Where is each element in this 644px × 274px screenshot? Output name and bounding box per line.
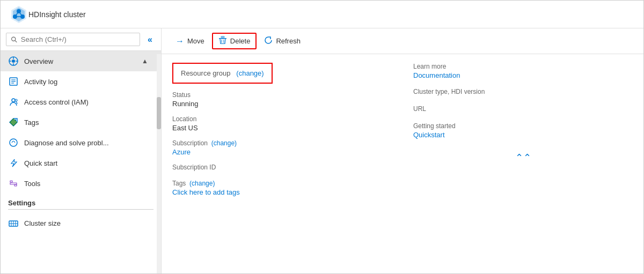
overview-left: Resource group (change) Status Running L… bbox=[172, 63, 392, 265]
location-block: Location East US bbox=[172, 115, 392, 132]
tags-change-link[interactable]: (change) bbox=[189, 180, 215, 187]
sidebar-item-access-control[interactable]: Access control (IAM) bbox=[1, 92, 161, 112]
tags-add-link[interactable]: Click here to add tags bbox=[172, 188, 392, 196]
search-input[interactable] bbox=[21, 35, 135, 43]
settings-section-header: Settings bbox=[1, 194, 161, 209]
sidebar-item-diagnose[interactable]: Diagnose and solve probl... bbox=[1, 132, 161, 153]
svg-point-25 bbox=[10, 139, 17, 146]
search-bar: « bbox=[1, 28, 161, 51]
sidebar: « Overview bbox=[1, 28, 162, 273]
collapse-sidebar-button[interactable]: « bbox=[144, 34, 156, 46]
sidebar-item-iam-label: Access control (IAM) bbox=[24, 98, 89, 106]
documentation-link[interactable]: Documentation bbox=[413, 71, 460, 79]
delete-label: Delete bbox=[230, 37, 251, 45]
tags-field-label: Tags (change) bbox=[172, 180, 392, 187]
sidebar-item-overview[interactable]: Overview ▲ bbox=[1, 51, 161, 71]
header-title: HDInsight cluster bbox=[28, 10, 86, 19]
delete-icon bbox=[218, 36, 227, 46]
subscription-value[interactable]: Azure bbox=[172, 148, 392, 156]
iam-icon bbox=[8, 97, 19, 107]
location-label: Location bbox=[172, 115, 392, 123]
resource-group-label: Resource group bbox=[181, 69, 231, 77]
tags-icon bbox=[8, 117, 19, 128]
search-icon bbox=[11, 36, 18, 43]
sidebar-item-quick-start[interactable]: Quick start bbox=[1, 153, 161, 173]
overview-panel: Resource group (change) Status Running L… bbox=[162, 54, 643, 273]
app-logo bbox=[9, 5, 28, 24]
url-label: URL bbox=[413, 105, 633, 113]
sidebar-item-cluster-size-label: Cluster size bbox=[24, 219, 61, 227]
subscription-change-link[interactable]: (change) bbox=[211, 139, 237, 147]
subscription-label: Subscription (change) bbox=[172, 139, 392, 147]
sidebar-item-tags-label: Tags bbox=[24, 119, 39, 127]
sidebar-item-diagnose-label: Diagnose and solve probl... bbox=[24, 139, 109, 147]
toolbar: → Move Delete bbox=[162, 28, 643, 54]
tools-icon bbox=[8, 178, 19, 189]
tags-block: Tags (change) Click here to add tags bbox=[172, 180, 392, 196]
cluster-size-icon bbox=[8, 218, 19, 228]
sidebar-item-quick-start-label: Quick start bbox=[24, 159, 57, 167]
getting-started-label: Getting started bbox=[413, 122, 633, 130]
scroll-up-area: ⌃⌃ bbox=[413, 152, 633, 164]
refresh-label: Refresh bbox=[276, 37, 301, 45]
quickstart-link[interactable]: Quickstart bbox=[413, 131, 445, 139]
svg-rect-35 bbox=[221, 36, 224, 38]
overview-icon bbox=[8, 56, 19, 66]
activity-log-icon bbox=[8, 76, 19, 87]
app-header: HDInsight cluster bbox=[1, 1, 643, 28]
sidebar-item-tags[interactable]: Tags bbox=[1, 112, 161, 132]
svg-rect-27 bbox=[10, 181, 12, 182]
sidebar-item-tools[interactable]: Tools bbox=[1, 173, 161, 194]
sidebar-item-activity-log[interactable]: Activity log bbox=[1, 71, 161, 92]
svg-line-9 bbox=[15, 40, 17, 42]
svg-point-11 bbox=[12, 60, 15, 63]
resource-group-box: Resource group (change) bbox=[172, 63, 273, 84]
nav-list: Overview ▲ Activity log bbox=[1, 51, 161, 273]
svg-point-20 bbox=[12, 99, 15, 102]
search-wrap[interactable] bbox=[6, 33, 140, 46]
svg-point-8 bbox=[12, 37, 16, 41]
subscription-block: Subscription (change) Azure bbox=[172, 139, 392, 156]
move-arrow-icon: → bbox=[175, 36, 184, 46]
move-label: Move bbox=[187, 37, 204, 45]
quick-start-icon bbox=[8, 158, 19, 168]
status-label: Status bbox=[172, 91, 392, 99]
sidebar-scrollbar-track bbox=[157, 54, 161, 273]
resource-group-change-link[interactable]: (change) bbox=[236, 69, 264, 77]
collapse-arrow: ▲ bbox=[134, 53, 156, 70]
location-value: East US bbox=[172, 124, 392, 132]
svg-rect-34 bbox=[219, 38, 226, 39]
sidebar-item-tools-label: Tools bbox=[24, 180, 40, 188]
url-block: URL bbox=[413, 105, 633, 114]
cluster-type-label: Cluster type, HDI version bbox=[413, 88, 633, 95]
cluster-type-block: Cluster type, HDI version bbox=[413, 88, 633, 97]
sidebar-item-activity-log-label: Activity log bbox=[24, 78, 57, 86]
subscription-id-block: Subscription ID bbox=[172, 164, 392, 172]
main-content: → Move Delete bbox=[162, 28, 643, 273]
subscription-id-label: Subscription ID bbox=[172, 164, 392, 171]
sidebar-item-cluster-size[interactable]: Cluster size bbox=[1, 213, 161, 233]
scroll-up-button[interactable]: ⌃⌃ bbox=[515, 152, 531, 164]
refresh-button[interactable]: Refresh bbox=[259, 33, 306, 49]
app-body: « Overview bbox=[1, 28, 643, 273]
sidebar-scrollbar-thumb[interactable] bbox=[157, 97, 161, 129]
overview-right: Learn more Documentation Cluster type, H… bbox=[413, 63, 633, 265]
sidebar-item-overview-label: Overview bbox=[24, 57, 53, 65]
learn-more-block: Learn more Documentation bbox=[413, 63, 633, 79]
learn-more-label: Learn more bbox=[413, 63, 633, 70]
diagnose-icon bbox=[8, 137, 19, 148]
status-block: Status Running bbox=[172, 91, 392, 108]
getting-started-block: Getting started Quickstart bbox=[413, 122, 633, 139]
svg-rect-28 bbox=[14, 184, 17, 186]
settings-divider bbox=[8, 209, 153, 210]
delete-button[interactable]: Delete bbox=[212, 33, 257, 49]
refresh-icon bbox=[264, 36, 273, 46]
status-value: Running bbox=[172, 100, 392, 108]
move-button[interactable]: → Move bbox=[170, 34, 210, 49]
